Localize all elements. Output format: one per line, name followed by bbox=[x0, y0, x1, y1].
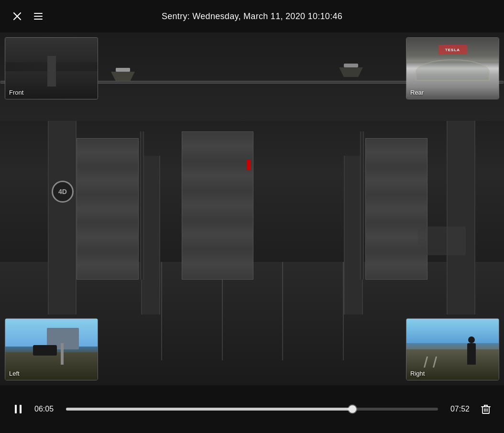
camera-front-thumbnail[interactable]: Front bbox=[5, 37, 98, 99]
rear-camera-label: Rear bbox=[410, 89, 424, 96]
left-charger bbox=[61, 343, 64, 365]
parked-car bbox=[418, 227, 466, 255]
top-bar: Sentry: Wednesday, March 11, 2020 10:10:… bbox=[0, 0, 504, 32]
right-sky bbox=[406, 319, 499, 343]
progress-fill bbox=[66, 408, 352, 411]
pause-button[interactable] bbox=[10, 401, 27, 418]
menu-icon bbox=[33, 11, 44, 22]
svg-rect-10 bbox=[15, 405, 17, 413]
person-silhouette bbox=[467, 343, 476, 365]
right-camera-label: Right bbox=[410, 370, 425, 377]
column-center-left bbox=[141, 156, 160, 314]
parking-line-1 bbox=[161, 262, 162, 361]
fire-extinguisher bbox=[247, 160, 251, 170]
camera-left-thumbnail[interactable]: Left bbox=[5, 318, 98, 380]
controls-bar: 06:05 07:52 bbox=[0, 385, 504, 433]
close-icon bbox=[12, 11, 22, 21]
svg-rect-11 bbox=[20, 405, 22, 413]
tesla-brand-label: TESLA bbox=[438, 45, 467, 54]
post-right bbox=[360, 131, 364, 280]
video-title: Sentry: Wednesday, March 11, 2020 10:10:… bbox=[162, 11, 342, 22]
menu-button[interactable] bbox=[31, 9, 46, 24]
camera-right-thumbnail[interactable]: Right bbox=[406, 318, 499, 380]
svg-rect-8 bbox=[344, 64, 358, 67]
ceiling-light-right bbox=[339, 64, 363, 78]
progress-thumb[interactable] bbox=[349, 405, 356, 413]
front-camera-label: Front bbox=[9, 89, 23, 96]
thumb-front-column bbox=[47, 56, 56, 87]
column-left bbox=[48, 121, 77, 315]
total-time: 07:52 bbox=[446, 405, 470, 413]
section-sign: 4D bbox=[52, 181, 74, 203]
camera-rear-thumbnail[interactable]: TESLA Rear bbox=[406, 37, 499, 99]
svg-rect-12 bbox=[482, 407, 489, 413]
svg-rect-7 bbox=[116, 68, 130, 72]
main-video-area: 4D Front TESLA Rear Left bbox=[0, 32, 504, 385]
svg-line-1 bbox=[14, 13, 21, 20]
svg-line-0 bbox=[14, 13, 21, 20]
close-button[interactable] bbox=[10, 9, 25, 24]
parking-line-3 bbox=[282, 262, 283, 361]
left-car bbox=[33, 345, 57, 356]
progress-bar[interactable] bbox=[66, 408, 438, 411]
garage-door-right bbox=[365, 138, 427, 279]
person-head bbox=[468, 336, 475, 343]
pause-icon bbox=[12, 403, 24, 415]
column-right bbox=[447, 121, 475, 315]
left-camera-label: Left bbox=[9, 370, 20, 377]
post-left bbox=[140, 131, 144, 280]
ceiling-light-left bbox=[111, 68, 135, 82]
current-time: 06:05 bbox=[34, 405, 58, 413]
trash-icon bbox=[479, 402, 493, 416]
svg-marker-9 bbox=[339, 67, 363, 77]
svg-marker-6 bbox=[111, 72, 135, 81]
garage-door-left bbox=[77, 138, 139, 279]
garage-door-center bbox=[182, 131, 253, 280]
delete-button[interactable] bbox=[477, 401, 494, 418]
